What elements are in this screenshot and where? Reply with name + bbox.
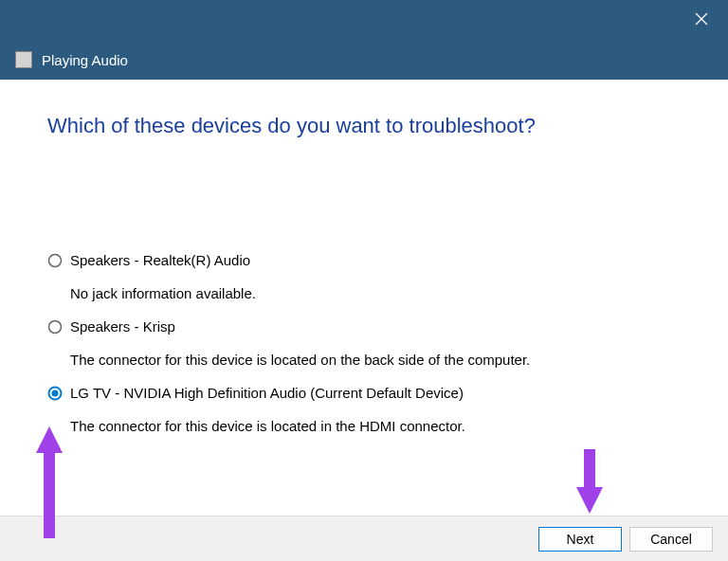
radio-row-lgtv[interactable]: LG TV - NVIDIA High Definition Audio (Cu… (47, 385, 681, 401)
device-label: Speakers - Krisp (70, 318, 175, 335)
device-option: Speakers - Krisp The connector for this … (47, 318, 681, 368)
device-options: Speakers - Realtek(R) Audio No jack info… (47, 252, 681, 434)
close-icon (695, 12, 708, 26)
svg-point-2 (49, 254, 62, 266)
cancel-button[interactable]: Cancel (629, 527, 713, 552)
device-option: Speakers - Realtek(R) Audio No jack info… (47, 252, 681, 301)
title-row: Playing Audio (15, 51, 128, 68)
radio-row-realtek[interactable]: Speakers - Realtek(R) Audio (47, 252, 681, 268)
device-option: LG TV - NVIDIA High Definition Audio (Cu… (47, 385, 681, 434)
device-label: Speakers - Realtek(R) Audio (70, 252, 250, 268)
device-detail: The connector for this device is located… (47, 352, 681, 368)
radio-row-krisp[interactable]: Speakers - Krisp (47, 318, 681, 335)
footer: Next Cancel (0, 516, 728, 561)
window-title: Playing Audio (42, 52, 128, 68)
titlebar: Playing Audio (0, 0, 728, 80)
device-detail: The connector for this device is located… (47, 418, 681, 434)
radio-unselected-icon (47, 319, 63, 335)
radio-selected-icon (47, 386, 63, 401)
close-button[interactable] (692, 9, 711, 28)
svg-point-5 (52, 389, 59, 396)
device-label: LG TV - NVIDIA High Definition Audio (Cu… (70, 385, 464, 401)
svg-point-3 (49, 320, 62, 333)
radio-unselected-icon (47, 253, 63, 268)
page-heading: Which of these devices do you want to tr… (47, 114, 681, 138)
troubleshooter-icon (15, 51, 32, 68)
device-detail: No jack information available. (47, 285, 681, 301)
content-area: Which of these devices do you want to tr… (0, 80, 728, 434)
next-button[interactable]: Next (538, 527, 622, 552)
annotation-arrow-down-icon (569, 443, 610, 519)
